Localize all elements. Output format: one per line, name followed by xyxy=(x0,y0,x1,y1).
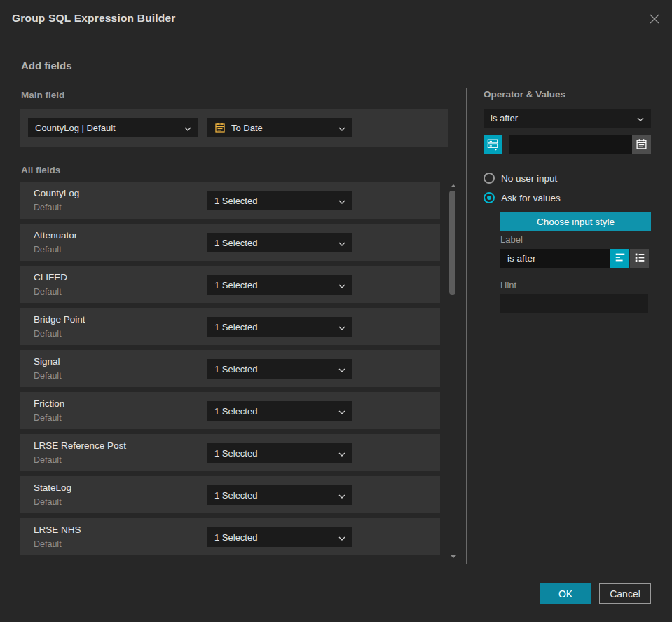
label-field-label: Label xyxy=(500,234,523,245)
field-selection-dropdown-value: 1 Selected xyxy=(214,238,334,248)
cancel-button[interactable]: Cancel xyxy=(599,583,651,604)
field-subtitle: Default xyxy=(34,539,62,549)
field-row: CountyLog Default 1 Selected xyxy=(20,182,440,219)
field-selection-dropdown-value: 1 Selected xyxy=(214,280,334,290)
field-name: StateLog xyxy=(34,482,71,493)
field-selection-dropdown[interactable]: 1 Selected xyxy=(207,485,352,505)
chevron-down-icon xyxy=(334,406,345,417)
dialog-header: Group SQL Expression Builder xyxy=(0,0,672,36)
field-selection-dropdown-value: 1 Selected xyxy=(214,364,334,374)
field-subtitle: Default xyxy=(34,203,62,212)
field-subtitle: Default xyxy=(34,287,62,297)
add-fields-heading: Add fields xyxy=(21,60,72,72)
close-button[interactable] xyxy=(648,13,661,25)
operator-dropdown[interactable]: is after xyxy=(484,109,651,128)
field-row: Friction Default 1 Selected xyxy=(20,392,440,429)
field-selection-dropdown-value: 1 Selected xyxy=(214,532,334,543)
panel-divider xyxy=(466,88,467,564)
radio-option[interactable]: No user input xyxy=(484,172,557,184)
operator-values-heading: Operator & Values xyxy=(484,89,565,100)
chevron-down-icon xyxy=(334,238,345,248)
calendar-icon xyxy=(214,122,226,133)
chevron-down-icon xyxy=(334,532,345,543)
main-field-panel: CountyLog | Default To Date xyxy=(20,109,448,147)
main-field-label: Main field xyxy=(21,90,64,100)
radio-label: No user input xyxy=(501,173,557,184)
field-name: LRSE NHS xyxy=(34,525,81,535)
field-row: CLIFED Default 1 Selected xyxy=(20,266,440,303)
close-icon xyxy=(648,17,661,27)
field-selection-dropdown-value: 1 Selected xyxy=(214,406,334,417)
main-field-dropdown-value: CountyLog | Default xyxy=(35,123,180,133)
field-name: Friction xyxy=(34,398,64,409)
field-name: LRSE Reference Post xyxy=(34,440,126,451)
field-type-dropdown[interactable]: To Date xyxy=(207,118,352,137)
field-row: Signal Default 1 Selected xyxy=(20,350,440,387)
chevron-down-icon xyxy=(180,123,191,133)
field-selection-dropdown-value: 1 Selected xyxy=(214,490,334,501)
chevron-down-icon xyxy=(633,113,644,123)
chevron-down-icon xyxy=(334,364,345,374)
field-row: LRSE Reference Post Default 1 Selected xyxy=(20,434,440,471)
operator-dropdown-value: is after xyxy=(491,113,633,123)
field-subtitle: Default xyxy=(34,413,62,423)
field-name: CLIFED xyxy=(34,272,67,283)
field-subtitle: Default xyxy=(34,245,62,255)
field-selection-dropdown[interactable]: 1 Selected xyxy=(207,275,352,295)
chevron-down-icon xyxy=(334,448,345,459)
field-name: Attenuator xyxy=(34,230,77,241)
scrollbar-up-arrow[interactable] xyxy=(451,184,456,187)
field-subtitle: Default xyxy=(34,329,62,339)
field-selection-dropdown[interactable]: 1 Selected xyxy=(207,359,352,379)
chevron-down-icon xyxy=(334,280,345,290)
chevron-down-icon xyxy=(334,322,345,332)
dialog-title: Group SQL Expression Builder xyxy=(12,0,176,36)
single-input-style-toggle[interactable] xyxy=(610,249,629,268)
label-input[interactable] xyxy=(500,249,610,268)
field-selection-dropdown-value: 1 Selected xyxy=(214,196,334,206)
field-selection-dropdown[interactable]: 1 Selected xyxy=(207,443,352,463)
date-picker-button[interactable] xyxy=(632,135,651,154)
field-subtitle: Default xyxy=(34,371,62,381)
field-selection-dropdown-value: 1 Selected xyxy=(214,448,334,459)
field-selection-dropdown[interactable]: 1 Selected xyxy=(207,401,352,421)
input-style-icon xyxy=(486,137,500,153)
hint-input[interactable] xyxy=(500,294,648,313)
radio-icon xyxy=(484,192,495,203)
field-selection-dropdown[interactable]: 1 Selected xyxy=(207,191,352,210)
radio-label: Ask for values xyxy=(501,193,561,203)
list-icon xyxy=(633,251,646,266)
all-fields-label: All fields xyxy=(21,165,60,175)
value-input[interactable] xyxy=(509,135,632,154)
list-input-style-toggle[interactable] xyxy=(630,249,649,268)
choose-input-style-button[interactable]: Choose input style xyxy=(500,212,651,231)
field-name: Signal xyxy=(34,356,60,367)
scrollbar-down-arrow[interactable] xyxy=(451,555,456,558)
ok-button[interactable]: OK xyxy=(540,583,591,604)
field-selection-dropdown-value: 1 Selected xyxy=(214,322,334,332)
chevron-down-icon xyxy=(334,196,345,206)
input-style-button[interactable] xyxy=(484,135,502,154)
radio-option[interactable]: Ask for values xyxy=(484,191,561,204)
field-selection-dropdown[interactable]: 1 Selected xyxy=(207,317,352,337)
field-name: Bridge Point xyxy=(34,314,85,325)
all-fields-list: CountyLog Default 1 Selected Attenuator … xyxy=(20,182,440,560)
chevron-down-icon xyxy=(334,123,345,133)
field-row: StateLog Default 1 Selected xyxy=(20,476,440,513)
field-type-dropdown-value: To Date xyxy=(231,123,334,133)
field-row: Attenuator Default 1 Selected xyxy=(20,224,440,261)
field-selection-dropdown[interactable]: 1 Selected xyxy=(207,233,352,252)
hint-field-label: Hint xyxy=(500,280,516,290)
main-field-dropdown[interactable]: CountyLog | Default xyxy=(28,118,198,137)
field-subtitle: Default xyxy=(34,455,62,465)
radio-icon xyxy=(484,173,495,184)
field-selection-dropdown[interactable]: 1 Selected xyxy=(207,527,352,547)
chevron-down-icon xyxy=(334,490,345,501)
field-subtitle: Default xyxy=(34,497,62,507)
calendar-icon xyxy=(636,138,647,152)
field-row: LRSE NHS Default 1 Selected xyxy=(20,518,440,555)
scrollbar-thumb[interactable] xyxy=(449,191,455,295)
align-left-icon xyxy=(614,251,626,266)
field-row: Bridge Point Default 1 Selected xyxy=(20,308,440,345)
field-name: CountyLog xyxy=(34,188,79,198)
